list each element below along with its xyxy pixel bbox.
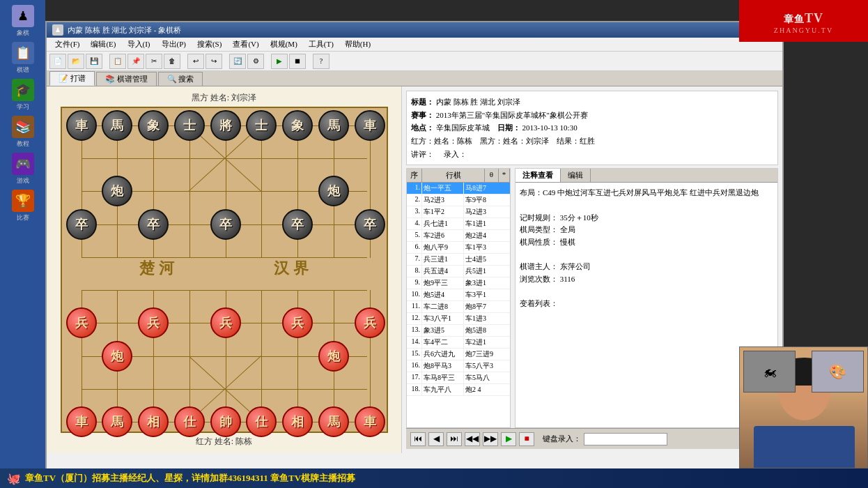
ctrl-back[interactable]: ◀◀ xyxy=(465,432,480,446)
toolbar-copy[interactable]: 📋 xyxy=(109,54,126,69)
sidebar-icon-4[interactable]: 📚 教程 xyxy=(3,114,42,149)
piece-black-馬-8-1[interactable]: 馬 xyxy=(318,110,349,141)
move-row-8[interactable]: 9.炮9平三象3进1 xyxy=(407,277,510,289)
move-row-4[interactable]: 5.车2进6炮2进4 xyxy=(407,230,510,242)
toolbar-delete[interactable]: 🗑 xyxy=(164,54,180,69)
menu-item-3[interactable]: 导出(P) xyxy=(156,38,192,51)
move-row-3[interactable]: 4.兵七进1车1进1 xyxy=(407,218,510,230)
tab-search[interactable]: 🔍 搜索 xyxy=(158,72,203,86)
sidebar-icon-3[interactable]: 🎓 学习 xyxy=(3,77,42,112)
piece-black-馬-2-1[interactable]: 馬 xyxy=(102,110,132,141)
move-row-14[interactable]: 15.兵6六进九炮7三进9 xyxy=(407,349,510,360)
webcam-thumb-1: 🏍 xyxy=(743,351,796,392)
menu-item-0[interactable]: 文件(F) xyxy=(49,38,85,51)
menu-item-6[interactable]: 棋规(M) xyxy=(265,38,303,51)
ctrl-prev[interactable]: ◀ xyxy=(428,432,444,446)
piece-red-相-3-10[interactable]: 相 xyxy=(138,406,169,437)
toolbar-refresh[interactable]: 🔄 xyxy=(229,54,246,69)
toolbar-help[interactable]: ? xyxy=(313,54,330,69)
toolbar-open[interactable]: 📂 xyxy=(68,54,84,69)
sidebar-icon-2[interactable]: 📋 棋谱 xyxy=(3,40,42,75)
chess-board[interactable]: 楚 河 汉 界 123456789九八七六五四三二一車馬象士將士象馬車炮炮卒卒卒… xyxy=(61,107,388,433)
piece-black-車-9-1[interactable]: 車 xyxy=(355,110,385,141)
ctrl-play[interactable]: ▶ xyxy=(501,432,516,446)
move-row-6[interactable]: 7.兵三进1士4进5 xyxy=(407,254,510,266)
piece-red-兵-1-7[interactable]: 兵 xyxy=(66,307,97,338)
piece-black-卒-5-4[interactable]: 卒 xyxy=(210,209,241,240)
piece-black-炮-2-3[interactable]: 炮 xyxy=(102,176,132,206)
ctrl-stop[interactable]: ■ xyxy=(519,432,534,446)
tab-notation[interactable]: 📝 打谱 xyxy=(49,71,95,86)
toolbar-new[interactable]: 📄 xyxy=(49,54,66,69)
move-row-10[interactable]: 11.车二进8炮8平7 xyxy=(407,301,510,313)
piece-black-卒-1-4[interactable]: 卒 xyxy=(66,209,97,240)
toolbar-save[interactable]: 💾 xyxy=(86,54,102,69)
ctrl-first[interactable]: ⏮ xyxy=(410,432,426,446)
piece-black-士-4-1[interactable]: 士 xyxy=(174,110,205,141)
move-row-2[interactable]: 3.车1平2马2进3 xyxy=(407,206,510,218)
menu-item-7[interactable]: 工具(T) xyxy=(303,38,339,51)
move-row-15[interactable]: 16.炮8平马3车5八平3 xyxy=(407,360,510,372)
toolbar-play[interactable]: ▶ xyxy=(271,54,288,69)
piece-red-相-7-10[interactable]: 相 xyxy=(282,406,313,437)
move-row-7[interactable]: 8.兵五进4兵5进1 xyxy=(407,266,510,277)
piece-black-卒-7-4[interactable]: 卒 xyxy=(282,209,313,240)
piece-red-仕-6-10[interactable]: 仕 xyxy=(246,406,277,437)
piece-black-將-5-1[interactable]: 將 xyxy=(210,110,241,141)
piece-red-炮-8-8[interactable]: 炮 xyxy=(318,341,349,372)
piece-red-馬-2-10[interactable]: 馬 xyxy=(102,406,132,437)
move-row-12[interactable]: 13.象3进5炮5进8 xyxy=(407,325,510,337)
toolbar-undo[interactable]: ↩ xyxy=(187,54,204,69)
move-row-9[interactable]: 10.炮5进4车3平1 xyxy=(407,289,510,301)
sidebar-icon-5[interactable]: 🎮 游戏 xyxy=(3,151,42,186)
piece-red-兵-7-7[interactable]: 兵 xyxy=(282,307,313,338)
menu-item-1[interactable]: 编辑(E) xyxy=(85,38,121,51)
piece-black-卒-3-4[interactable]: 卒 xyxy=(138,209,169,240)
piece-black-士-6-1[interactable]: 士 xyxy=(246,110,277,141)
sidebar-icon-6[interactable]: 🏆 比赛 xyxy=(3,188,42,223)
comment-tab-edit[interactable]: 编辑 xyxy=(561,169,591,182)
piece-red-帥-5-10[interactable]: 帥 xyxy=(210,406,241,437)
piece-black-炮-8-3[interactable]: 炮 xyxy=(318,176,349,206)
ctrl-forward[interactable]: ▶▶ xyxy=(483,432,498,446)
piece-black-象-7-1[interactable]: 象 xyxy=(282,110,313,141)
menu-item-4[interactable]: 搜索(S) xyxy=(192,38,227,51)
piece-red-仕-4-10[interactable]: 仕 xyxy=(174,406,205,437)
move-row-11[interactable]: 12.车3八平1车1进3 xyxy=(407,313,510,325)
piece-red-兵-3-7[interactable]: 兵 xyxy=(138,307,169,338)
keyboard-input[interactable] xyxy=(584,433,667,445)
ctrl-next-move[interactable]: ⏭ xyxy=(447,432,462,446)
piece-black-車-1-1[interactable]: 車 xyxy=(66,110,97,141)
move-row-13[interactable]: 14.车4平二车2进1 xyxy=(407,337,510,349)
menu-item-5[interactable]: 查看(V) xyxy=(227,38,264,51)
piece-red-炮-2-8[interactable]: 炮 xyxy=(102,341,132,372)
piece-red-兵-5-7[interactable]: 兵 xyxy=(210,307,241,338)
move-row-1[interactable]: 2.马2进3车9平8 xyxy=(407,195,510,206)
piece-red-車-9-10[interactable]: 車 xyxy=(355,406,385,437)
piece-black-象-3-1[interactable]: 象 xyxy=(138,110,169,141)
toolbar-cut[interactable]: ✂ xyxy=(146,54,162,69)
piece-red-馬-8-10[interactable]: 馬 xyxy=(318,406,349,437)
piece-red-兵-9-7[interactable]: 兵 xyxy=(355,307,385,338)
menu-item-8[interactable]: 帮助(H) xyxy=(339,38,376,51)
tab-manage[interactable]: 📚 棋谱管理 xyxy=(96,72,157,86)
move-red-5: 炮八平9 xyxy=(422,242,464,253)
move-row-0[interactable]: 1.炮一平五马8进7 xyxy=(407,183,510,195)
sidebar-icon-1[interactable]: ♟ 象棋 xyxy=(3,3,42,38)
piece-red-車-1-10[interactable]: 車 xyxy=(66,406,97,437)
move-row-5[interactable]: 6.炮八平9车1平3 xyxy=(407,242,510,254)
move-black-4: 炮2进4 xyxy=(464,230,510,241)
keyboard-label: 键盘录入： xyxy=(543,434,581,444)
sidebar-icon-label-2: 棋谱 xyxy=(17,66,29,75)
toolbar-media[interactable]: ⏹ xyxy=(289,54,306,69)
zhangyu-logo: 章鱼TV ZHANGYU.TV xyxy=(739,0,868,42)
toolbar-paste[interactable]: 📌 xyxy=(127,54,144,69)
move-list-body[interactable]: 1.炮一平五马8进72.马2进3车9平83.车1平2马2进34.兵七进1车1进1… xyxy=(407,183,510,427)
toolbar-settings[interactable]: ⚙ xyxy=(247,54,264,69)
menu-item-2[interactable]: 导入(I) xyxy=(122,38,156,51)
toolbar-redo[interactable]: ↪ xyxy=(206,54,222,69)
comment-tab-view[interactable]: 注释查看 xyxy=(516,169,561,182)
move-row-17[interactable]: 18.车九平八炮2 4 xyxy=(407,384,510,396)
piece-black-卒-9-4[interactable]: 卒 xyxy=(355,209,385,240)
move-row-16[interactable]: 17.车马8平三车5马八 xyxy=(407,372,510,384)
